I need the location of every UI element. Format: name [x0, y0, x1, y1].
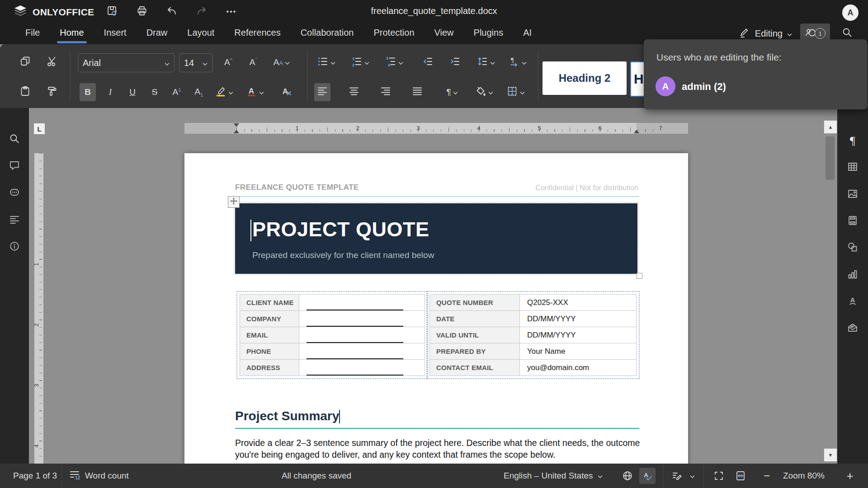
language-selector[interactable]: English – United States: [504, 464, 603, 488]
summary-paragraph[interactable]: Provide a clear 2–3 sentence summary of …: [235, 437, 644, 460]
decrease-font-size-button[interactable]: Aˇ: [245, 53, 261, 71]
table-row[interactable]: DATEDD/MM/YYYY: [429, 310, 637, 327]
align-center-button[interactable]: [346, 83, 362, 101]
tab-home[interactable]: Home: [59, 23, 85, 44]
table-label-cell[interactable]: ADDRESS: [240, 360, 299, 375]
document-page[interactable]: FREELANCE QUOTE TEMPLATE Confidential | …: [184, 153, 688, 464]
table-settings-button[interactable]: [844, 159, 862, 177]
tab-insert[interactable]: Insert: [103, 23, 127, 44]
paste-button[interactable]: [17, 83, 33, 101]
save-button[interactable]: [103, 3, 121, 21]
copy-button[interactable]: [17, 53, 33, 71]
zoom-level[interactable]: Zoom 80%: [783, 464, 825, 488]
tab-protection[interactable]: Protection: [373, 23, 415, 44]
align-left-button[interactable]: [314, 83, 330, 101]
scroll-down-button[interactable]: ▼: [824, 448, 837, 462]
italic-button[interactable]: I: [102, 83, 118, 101]
table-value-cell[interactable]: you@domain.com: [520, 360, 589, 375]
font-name-select[interactable]: Arial: [78, 53, 175, 72]
zoom-out-button[interactable]: −: [759, 464, 775, 488]
table-value-cell[interactable]: Q2025-XXX: [520, 295, 568, 310]
editing-mode-selector[interactable]: Editing: [739, 27, 792, 41]
table-value-cell[interactable]: Your Name: [520, 343, 565, 359]
table-row[interactable]: ADDRESS: [240, 359, 425, 376]
align-right-button[interactable]: [377, 83, 394, 101]
user-avatar[interactable]: A: [842, 5, 859, 21]
highlight-color-button[interactable]: [212, 83, 235, 101]
vertical-scrollbar-thumb[interactable]: [826, 136, 835, 180]
table-label-cell[interactable]: CLIENT NAME: [240, 295, 299, 310]
table-row[interactable]: QUOTE NUMBERQ2025-XXX: [429, 294, 637, 310]
superscript-button[interactable]: A1: [169, 83, 185, 101]
word-count-button[interactable]: 12 Word count: [69, 464, 129, 488]
strikethrough-button[interactable]: S: [146, 83, 163, 101]
table-label-cell[interactable]: QUOTE NUMBER: [430, 295, 520, 310]
table-value-cell[interactable]: DD/MM/YYYY: [520, 327, 576, 343]
more-actions-button[interactable]: •••: [222, 3, 241, 21]
undo-button[interactable]: [163, 3, 181, 21]
font-size-select[interactable]: 14: [179, 53, 212, 72]
textart-settings-button[interactable]: A: [844, 293, 862, 311]
print-button[interactable]: [133, 3, 151, 21]
page-header-right[interactable]: Confidential | Not for distribution: [536, 184, 638, 192]
table-label-cell[interactable]: CONTACT EMAIL: [430, 360, 520, 375]
borders-button[interactable]: [504, 83, 527, 101]
table-label-cell[interactable]: EMAIL: [240, 327, 299, 343]
table-value-cell[interactable]: [299, 327, 425, 343]
justify-button[interactable]: [409, 83, 425, 101]
table-value-cell[interactable]: [299, 343, 425, 359]
table-value-cell[interactable]: DD/MM/YYYY: [520, 311, 576, 327]
client-info-table[interactable]: CLIENT NAMECOMPANYEMAILPHONEADDRESS: [240, 294, 425, 376]
table-label-cell[interactable]: DATE: [430, 311, 520, 327]
fit-page-button[interactable]: [711, 464, 727, 488]
tab-plugins[interactable]: Plugins: [473, 23, 505, 44]
tab-draw[interactable]: Draw: [146, 23, 169, 44]
mail-merge-button[interactable]: [844, 319, 862, 338]
table-row[interactable]: EMAIL: [240, 327, 425, 343]
underline-button[interactable]: U: [124, 83, 141, 101]
multilevel-list-button[interactable]: 1A: [382, 53, 406, 71]
font-color-button[interactable]: A: [243, 83, 266, 101]
table-resize-handle[interactable]: [637, 273, 642, 279]
decrease-indent-button[interactable]: [420, 53, 436, 71]
quote-info-table[interactable]: QUOTE NUMBERQ2025-XXXDATEDD/MM/YYYYVALID…: [429, 294, 637, 376]
format-painter-button[interactable]: [44, 83, 60, 101]
tab-collaboration[interactable]: Collaboration: [300, 23, 355, 44]
table-move-handle[interactable]: [228, 196, 240, 208]
table-label-cell[interactable]: PREPARED BY: [430, 343, 520, 359]
search-button[interactable]: [5, 131, 24, 149]
track-changes-button[interactable]: [669, 464, 695, 488]
table-row[interactable]: PREPARED BYYour Name: [429, 343, 637, 359]
redo-button[interactable]: [193, 3, 211, 21]
shape-settings-button[interactable]: [844, 239, 862, 257]
document-canvas[interactable]: FREELANCE QUOTE TEMPLATE Confidential | …: [29, 108, 837, 464]
comments-button[interactable]: [5, 157, 24, 175]
table-value-cell[interactable]: [299, 311, 425, 327]
fit-width-button[interactable]: [732, 464, 749, 488]
table-row[interactable]: PHONE: [240, 343, 425, 359]
chat-button[interactable]: [5, 185, 24, 203]
tab-file[interactable]: File: [24, 23, 41, 44]
banner-title[interactable]: PROJECT QUOTE: [252, 218, 429, 241]
numbered-list-button[interactable]: 12: [348, 53, 372, 71]
scroll-up-button[interactable]: ▲: [824, 120, 837, 134]
quote-banner[interactable]: PROJECT QUOTE Prepared exclusively for t…: [235, 203, 637, 274]
table-value-cell[interactable]: [299, 295, 425, 310]
chart-settings-button[interactable]: [844, 266, 862, 284]
table-row[interactable]: VALID UNTILDD/MM/YYYY: [429, 327, 637, 343]
table-row[interactable]: CLIENT NAME: [240, 294, 425, 310]
header-footer-settings-button[interactable]: [844, 212, 862, 230]
table-label-cell[interactable]: VALID UNTIL: [430, 327, 520, 343]
change-case-button[interactable]: AA: [270, 53, 293, 71]
nonprinting-characters-button[interactable]: ¶: [441, 83, 463, 101]
summary-heading[interactable]: Project Summary: [235, 409, 339, 423]
cut-button[interactable]: [44, 53, 60, 71]
clear-formatting-button[interactable]: A: [278, 83, 295, 101]
spell-check-button[interactable]: A: [639, 464, 656, 488]
increase-indent-button[interactable]: [447, 53, 463, 71]
table-label-cell[interactable]: PHONE: [240, 343, 299, 359]
banner-subtitle[interactable]: Prepared exclusively for the client name…: [252, 250, 434, 260]
bold-button[interactable]: B: [80, 83, 96, 101]
tab-layout[interactable]: Layout: [186, 23, 215, 44]
style-heading-2[interactable]: Heading 2: [542, 61, 627, 95]
